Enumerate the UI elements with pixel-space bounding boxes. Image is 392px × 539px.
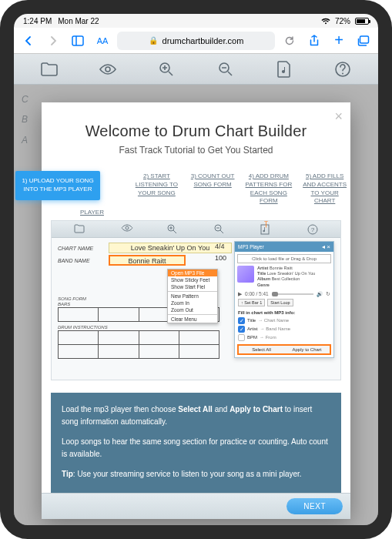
menu-new-pattern: New Pattern — [168, 293, 217, 300]
svg-rect-0 — [72, 36, 83, 45]
text-size-button[interactable]: AA — [92, 31, 112, 51]
mp3-collapse-icon: ◂ × — [322, 243, 330, 250]
mp3-title: MP3 Player — [238, 244, 264, 249]
svg-point-13 — [126, 226, 129, 229]
wifi-icon — [321, 18, 330, 25]
url-domain: drumchartbuilder.com — [162, 36, 244, 45]
context-menu: Open MP3 File Show Sticky Feet Show Star… — [167, 269, 218, 323]
back-button[interactable] — [18, 31, 39, 51]
screenshot-toolbar: ? — [52, 221, 340, 238]
status-time: 1:24 PM — [23, 17, 52, 25]
safari-toolbar: AA 🔒 drumchartbuilder.com + — [14, 28, 378, 54]
apply-to-chart-button: Apply to Chart — [284, 346, 330, 353]
checkbox-icon: ✓ — [238, 317, 245, 324]
battery-pct: 72% — [335, 17, 350, 25]
mp3-dropzone: Click to load file or Drag & Drop — [237, 254, 331, 263]
ss-zoom-out-icon — [214, 224, 225, 235]
step-5[interactable]: 5) ADD FILLS AND ACCENTS TO YOUR CHART — [299, 171, 350, 207]
svg-line-19 — [220, 230, 223, 233]
start-loop-button: Start Loop — [267, 299, 293, 306]
checkbox-icon: ✓ — [238, 326, 245, 333]
tempo: 100 — [215, 254, 226, 266]
menu-start: Show Start Fiel — [168, 283, 217, 290]
modal-subtitle: Fast Track Tutorial to Get You Started — [49, 145, 343, 156]
info-panel: Load the mp3 player then choose Select A… — [51, 393, 341, 493]
ss-zoom-in-icon — [167, 224, 178, 235]
tutorial-modal: × Welcome to Drum Chart Builder Fast Tra… — [42, 102, 350, 519]
new-tab-button[interactable]: + — [329, 31, 349, 51]
tabs-button[interactable] — [353, 31, 374, 51]
chart-name-label: CHART NAME — [58, 246, 104, 251]
zoom-out-icon[interactable] — [216, 60, 235, 79]
next-button[interactable]: NEXT — [286, 498, 343, 514]
svg-rect-2 — [360, 36, 369, 43]
svg-line-15 — [173, 230, 176, 233]
app-toolbar — [14, 54, 378, 85]
sidebar-button[interactable] — [68, 31, 88, 51]
chart-name-field: Love Sneakin' Up On You — [109, 243, 232, 253]
mp3-metadata: Artist Bonnie Raitt Title Love Sneakin' … — [257, 266, 315, 288]
close-button[interactable]: × — [334, 109, 343, 125]
band-name-field: Bonnie Raitt — [109, 255, 186, 266]
chart-meta: 4/4 100 — [215, 243, 226, 266]
zoom-in-icon[interactable] — [157, 60, 176, 79]
lock-icon: 🔒 — [149, 36, 158, 45]
battery-icon — [355, 18, 369, 25]
step-1[interactable]: 1) UPLOAD YOUR SONG INTO THE MP3 PLAYER — [15, 171, 100, 200]
eye-icon[interactable] — [99, 60, 117, 79]
album-art — [237, 266, 254, 283]
play-icon: ▶ — [238, 291, 242, 297]
forward-button[interactable] — [43, 31, 63, 51]
menu-sticky: Show Sticky Feet — [168, 276, 217, 283]
menu-zoom-in: Zoom In — [168, 300, 217, 306]
svg-point-12 — [342, 72, 343, 74]
svg-text:?: ? — [311, 226, 315, 233]
folder-icon[interactable] — [40, 60, 59, 79]
ss-folder-icon — [74, 224, 85, 235]
menu-open-mp3: Open MP3 File — [168, 270, 217, 276]
svg-line-9 — [228, 72, 232, 75]
share-button[interactable] — [304, 31, 324, 51]
arrow-indicator: ↑ — [263, 220, 270, 231]
tutorial-steps: 1) UPLOAD YOUR SONG INTO THE MP3 PLAYER … — [42, 166, 350, 215]
loop-icon: ↻ — [326, 291, 330, 297]
ipad-frame: 1:24 PM Mon Mar 22 72% AA 🔒 drumchartbui… — [0, 0, 392, 539]
reload-button[interactable] — [280, 31, 300, 51]
status-date: Mon Mar 22 — [58, 17, 99, 25]
note-icon[interactable] — [275, 60, 293, 79]
modal-footer: NEXT — [42, 493, 350, 519]
svg-point-3 — [106, 67, 110, 72]
menu-clear: Clear Menu — [168, 316, 217, 323]
info-p1: Load the mp3 player then choose Select A… — [62, 403, 330, 428]
step-2[interactable]: 2) START LISTENING TO YOUR SONG — [131, 171, 183, 199]
menu-zoom-out: Zoom Out — [168, 306, 217, 313]
band-name-label: BAND NAME — [58, 258, 104, 263]
volume-icon: 🔊 — [317, 291, 323, 297]
checkbox-icon — [238, 334, 245, 341]
svg-line-5 — [169, 72, 173, 75]
mp3-time: 0:00 / 5:41 — [245, 291, 269, 296]
info-p2: Loop songs to hear the same song section… — [62, 436, 330, 460]
info-p3: Tip: Use your streaming service to liste… — [62, 468, 330, 480]
set-bar-button: ↑ Set Bar 1 — [238, 299, 265, 306]
ss-eye-icon — [121, 224, 132, 235]
address-bar[interactable]: 🔒 drumchartbuilder.com — [117, 32, 275, 50]
time-signature: 4/4 — [215, 243, 226, 254]
fill-title: Fill in chart with MP3 info: — [235, 309, 333, 316]
help-icon[interactable] — [333, 60, 352, 79]
tutorial-screenshot: ? ↑ CHART NAME Love Sneakin' Up On You B… — [51, 220, 341, 380]
status-bar: 1:24 PM Mon Mar 22 72% — [14, 14, 378, 28]
mp3-slider — [272, 293, 313, 295]
ss-help-icon: ? — [307, 224, 318, 235]
modal-title: Welcome to Drum Chart Builder — [49, 122, 343, 140]
step-4[interactable]: 4) ADD DRUM PATTERNS FOR EACH SONG FORM — [243, 171, 295, 207]
select-all-button: Select All — [239, 346, 284, 353]
step-3[interactable]: 3) COUNT OUT SONG FORM — [187, 171, 239, 191]
mp3-player-panel: MP3 Player◂ × Click to load file or Drag… — [234, 241, 334, 358]
